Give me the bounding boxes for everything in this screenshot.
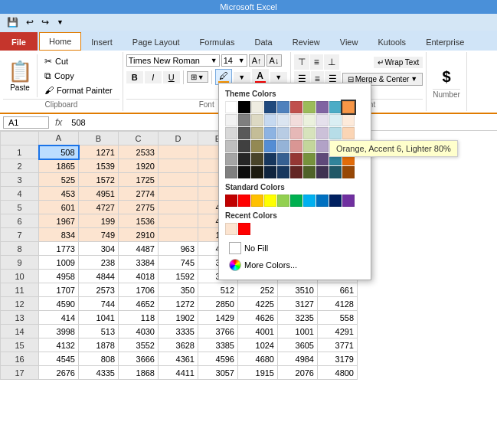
theme-color-swatch[interactable] (316, 166, 329, 178)
cell-r15-c7[interactable]: 3605 (278, 338, 318, 352)
align-middle-button[interactable]: ≡ (310, 54, 323, 70)
cell-r8-c3[interactable]: 4487 (119, 242, 159, 256)
theme-color-swatch[interactable] (342, 127, 355, 139)
theme-color-swatch[interactable] (290, 140, 302, 152)
theme-color-swatch[interactable] (251, 140, 263, 152)
currency-button[interactable]: $ (439, 65, 453, 89)
cell-r15-c5[interactable]: 3385 (198, 338, 238, 352)
cell-r7-c4[interactable] (159, 228, 198, 242)
recent-color-swatch[interactable] (225, 223, 237, 235)
theme-color-swatch[interactable] (277, 166, 289, 178)
standard-color-swatch[interactable] (225, 195, 237, 207)
theme-color-swatch[interactable] (225, 127, 237, 139)
cell-r16-c3[interactable]: 3666 (119, 352, 159, 366)
standard-color-swatch[interactable] (290, 195, 302, 207)
cell-r10-c2[interactable]: 4844 (79, 270, 119, 283)
cell-r15-c2[interactable]: 1878 (79, 338, 119, 352)
cell-r10-c3[interactable]: 4018 (119, 270, 159, 283)
cell-r14-c3[interactable]: 4030 (119, 325, 159, 338)
cell-r11-c5[interactable]: 512 (198, 283, 238, 297)
standard-color-swatch[interactable] (329, 195, 342, 207)
tab-view[interactable]: View (330, 32, 368, 51)
cell-r16-c8[interactable]: 3179 (318, 352, 358, 366)
cell-r3-c4[interactable] (159, 173, 198, 187)
cell-r16-c4[interactable]: 4361 (159, 352, 198, 366)
row-number[interactable]: 8 (1, 242, 39, 256)
dropdown-icon[interactable]: ▼ (54, 18, 66, 27)
row-number[interactable]: 13 (1, 311, 39, 325)
theme-color-swatch[interactable] (251, 101, 263, 113)
tab-file[interactable]: File (0, 32, 38, 51)
theme-color-swatch[interactable] (277, 101, 289, 113)
row-number[interactable]: 15 (1, 338, 39, 352)
cell-r17-c5[interactable]: 3057 (198, 366, 238, 380)
underline-button[interactable]: U (163, 71, 180, 83)
row-number[interactable]: 12 (1, 297, 39, 311)
theme-color-swatch[interactable] (290, 101, 302, 113)
theme-color-swatch[interactable] (342, 114, 355, 126)
theme-color-swatch[interactable] (238, 140, 250, 152)
align-bottom-button[interactable]: ⊥ (324, 54, 339, 70)
col-header-D[interactable]: D (159, 132, 198, 146)
cell-r8-c2[interactable]: 304 (79, 242, 119, 256)
row-number[interactable]: 9 (1, 256, 39, 270)
row-number[interactable]: 14 (1, 325, 39, 338)
theme-color-swatch[interactable] (238, 114, 250, 126)
theme-color-swatch[interactable] (264, 166, 276, 178)
theme-color-swatch[interactable] (316, 140, 329, 152)
cell-r5-c4[interactable] (159, 201, 198, 214)
theme-color-swatch[interactable] (290, 114, 302, 126)
cell-r3-c3[interactable]: 1725 (119, 173, 159, 187)
cell-r14-c6[interactable]: 4001 (238, 325, 278, 338)
cell-r8-c1[interactable]: 1773 (39, 242, 79, 256)
theme-color-swatch[interactable] (277, 153, 289, 165)
theme-color-swatch[interactable] (316, 153, 329, 165)
cell-r16-c1[interactable]: 4545 (39, 352, 79, 366)
cell-r8-c4[interactable]: 963 (159, 242, 198, 256)
theme-color-swatch[interactable] (225, 153, 237, 165)
cell-r12-c7[interactable]: 3127 (278, 297, 318, 311)
tab-review[interactable]: Review (283, 32, 330, 51)
theme-color-swatch[interactable] (342, 101, 355, 113)
theme-color-swatch[interactable] (329, 101, 342, 113)
cell-r1-c3[interactable]: 2533 (119, 146, 159, 159)
cell-reference-box[interactable]: A1 (3, 116, 49, 129)
standard-color-swatch[interactable] (251, 195, 263, 207)
cell-r6-c2[interactable]: 199 (79, 214, 119, 228)
tab-page-layout[interactable]: Page Layout (123, 32, 190, 51)
cell-r9-c3[interactable]: 3384 (119, 256, 159, 270)
row-number[interactable]: 3 (1, 173, 39, 187)
cell-r16-c7[interactable]: 4984 (278, 352, 318, 366)
theme-color-swatch[interactable] (264, 114, 276, 126)
col-header-A[interactable]: A (39, 132, 79, 146)
cell-r2-c4[interactable] (159, 159, 198, 173)
cell-r17-c4[interactable]: 4411 (159, 366, 198, 380)
cell-r12-c1[interactable]: 4590 (39, 297, 79, 311)
format-painter-button[interactable]: 🖌 Format Painter (41, 83, 116, 97)
theme-color-swatch[interactable] (264, 140, 276, 152)
cell-r4-c4[interactable] (159, 187, 198, 201)
row-number[interactable]: 6 (1, 214, 39, 228)
theme-color-swatch[interactable] (251, 153, 263, 165)
theme-color-swatch[interactable] (238, 127, 250, 139)
theme-color-swatch[interactable] (303, 114, 316, 126)
theme-color-swatch[interactable] (238, 153, 250, 165)
font-size-dropdown[interactable]: 14 ▼ (221, 54, 247, 67)
italic-button[interactable]: I (145, 71, 162, 83)
corner-header[interactable] (1, 132, 39, 146)
cell-r6-c1[interactable]: 1967 (39, 214, 79, 228)
cell-r6-c3[interactable]: 1536 (119, 214, 159, 228)
cell-r2-c1[interactable]: 1865 (39, 159, 79, 173)
cell-r3-c2[interactable]: 1572 (79, 173, 119, 187)
cell-r17-c7[interactable]: 2076 (278, 366, 318, 380)
theme-color-swatch[interactable] (303, 166, 316, 178)
theme-color-swatch[interactable] (277, 127, 289, 139)
cell-r2-c3[interactable]: 1920 (119, 159, 159, 173)
cell-r11-c4[interactable]: 350 (159, 283, 198, 297)
tab-formulas[interactable]: Formulas (190, 32, 245, 51)
theme-color-swatch[interactable] (238, 166, 250, 178)
theme-color-swatch[interactable] (316, 114, 329, 126)
row-number[interactable]: 7 (1, 228, 39, 242)
tab-enterprise[interactable]: Enterprise (416, 32, 474, 51)
cell-r2-c2[interactable]: 1539 (79, 159, 119, 173)
